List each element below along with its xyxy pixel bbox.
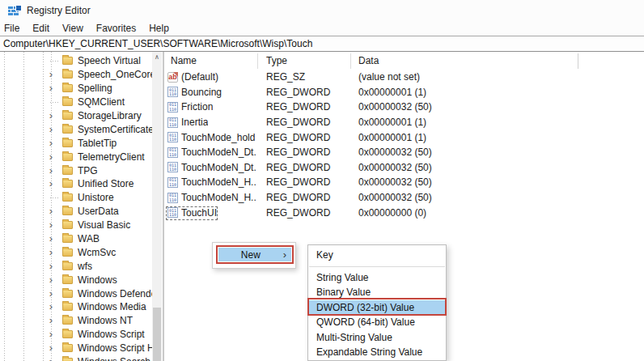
value-row-touchmoden-h-[interactable]: 011110TouchModeN_H...REG_DWORD0x00000032… — [165, 190, 644, 206]
value-name[interactable]: TouchModeN_Dt... — [181, 147, 256, 158]
value-name[interactable]: Bouncing — [181, 87, 222, 98]
menu-item-new[interactable]: New › — [218, 248, 291, 261]
value-name[interactable]: TouchModeN_Dt... — [181, 162, 256, 173]
tree-item-label[interactable]: Windows Defender — [78, 288, 152, 299]
tree-item-speech-onecore[interactable]: ›Speech_OneCore — [0, 68, 152, 82]
tree-item-unified-store[interactable]: ›Unified Store — [0, 177, 152, 191]
chevron-right-icon[interactable]: › — [46, 167, 56, 175]
value-name[interactable]: TouchMode_hold — [181, 132, 255, 143]
chevron-right-icon[interactable]: › — [46, 303, 56, 311]
submenu-item-multi-string-value[interactable]: Multi-String Value — [308, 330, 446, 346]
chevron-right-icon[interactable]: › — [46, 125, 56, 134]
chevron-right-icon[interactable]: › — [46, 207, 56, 215]
value-row--default-[interactable]: ab(Default)REG_SZ(value not set) — [165, 70, 644, 85]
tree-item-windows[interactable]: ›Windows — [0, 273, 152, 287]
chevron-right-icon[interactable]: › — [46, 248, 56, 257]
tree-item-speech-virtual[interactable]: Speech Virtual — [0, 54, 152, 68]
submenu-item-qword-64-bit-value[interactable]: QWORD (64-bit) Value — [308, 315, 446, 330]
tree-item-label[interactable]: Spelling — [78, 83, 112, 94]
menu-edit[interactable]: Edit — [26, 23, 56, 34]
column-divider[interactable] — [350, 53, 351, 69]
address-bar[interactable]: Computer\HKEY_CURRENT_USER\SOFTWARE\Micr… — [0, 36, 644, 52]
value-name[interactable]: TouchModeN_H... — [181, 176, 256, 188]
chevron-right-icon[interactable]: › — [46, 276, 56, 284]
tree-item-label[interactable]: Speech Virtual — [78, 55, 141, 66]
column-header-name[interactable]: Name — [171, 52, 197, 69]
tree-item-label[interactable]: StorageLibrary — [78, 110, 142, 121]
tree-item-label[interactable]: WcmSvc — [78, 247, 116, 258]
tree-item-systemcertificates[interactable]: ›SystemCertificates — [0, 122, 152, 136]
tree-item-label[interactable]: Unistore — [78, 192, 114, 203]
value-row-touchmoden-h-[interactable]: 011110TouchModeN_H...REG_DWORD0x00000032… — [165, 175, 644, 190]
chevron-right-icon[interactable]: › — [46, 153, 56, 161]
tree-item-label[interactable]: TelemetryClient — [78, 151, 145, 163]
chevron-right-icon[interactable]: › — [46, 330, 56, 338]
tree-scrollbar[interactable]: ∧ — [152, 52, 162, 361]
submenu-item-expandable-string-value[interactable]: Expandable String Value — [308, 345, 446, 360]
chevron-right-icon[interactable]: › — [46, 235, 56, 243]
tree-item-label[interactable]: Windows Media — [78, 301, 146, 312]
tree-item-label[interactable]: Windows Search — [78, 356, 150, 361]
tree-scrollbar-thumb[interactable] — [153, 308, 161, 361]
value-name[interactable]: (Default) — [181, 71, 218, 83]
chevron-right-icon[interactable]: › — [46, 290, 56, 298]
tree-item-label[interactable]: Windows NT — [78, 315, 133, 326]
scroll-up-icon[interactable]: ∧ — [152, 52, 162, 62]
tree-item-label[interactable]: SQMClient — [78, 96, 125, 108]
tree-item-wfs[interactable]: ›wfs — [0, 259, 152, 273]
tree-item-label[interactable]: Windows — [78, 274, 117, 286]
tree-item-tpg[interactable]: ›TPG — [0, 164, 152, 177]
tree-item-windows-media[interactable]: ›Windows Media — [0, 300, 152, 314]
tree-item-spelling[interactable]: ›Spelling — [0, 82, 152, 96]
value-row-touchmode-hold[interactable]: 011110TouchMode_holdREG_DWORD0x00000001 … — [165, 130, 644, 145]
tree-item-windows-script[interactable]: ›Windows Script — [0, 328, 152, 342]
tree-item-label[interactable]: Unified Store — [78, 178, 133, 189]
column-divider[interactable] — [257, 53, 258, 69]
tree-item-label[interactable]: SystemCertificates — [78, 124, 152, 135]
chevron-right-icon[interactable]: › — [46, 262, 56, 270]
tree-item-userdata[interactable]: ›UserData — [0, 205, 152, 219]
chevron-right-icon[interactable]: › — [46, 316, 56, 325]
chevron-right-icon[interactable]: › — [46, 112, 56, 120]
value-row-friction[interactable]: 011110FrictionREG_DWORD0x00000032 (50) — [165, 100, 644, 115]
submenu-item-string-value[interactable]: String Value — [308, 270, 446, 286]
value-row-inertia[interactable]: 011110InertiaREG_DWORD0x00000001 (1) — [165, 115, 644, 130]
tree-item-label[interactable]: wfs — [78, 261, 92, 272]
tree-item-windows-search[interactable]: ›Windows Search — [0, 355, 152, 361]
tree-item-storagelibrary[interactable]: ›StorageLibrary — [0, 109, 152, 123]
tree-item-unistore[interactable]: Unistore — [0, 191, 152, 205]
tree-item-tablettip[interactable]: ›TabletTip — [0, 136, 152, 150]
tree-item-sqmclient[interactable]: SQMClient — [0, 96, 152, 109]
menu-favorites[interactable]: Favorites — [90, 23, 142, 34]
tree-item-label[interactable]: Visual Basic — [78, 219, 130, 231]
value-name[interactable]: TouchModeN_H... — [181, 192, 256, 203]
value-row-bouncing[interactable]: 011110BouncingREG_DWORD0x00000001 (1) — [165, 85, 644, 100]
chevron-right-icon[interactable]: › — [46, 70, 56, 79]
menu-file[interactable]: File — [0, 23, 26, 34]
chevron-right-icon[interactable]: › — [46, 344, 56, 352]
tree-item-windows-defender[interactable]: ›Windows Defender — [0, 287, 152, 300]
tree-item-label[interactable]: WAB — [78, 233, 100, 244]
tree-item-wcmsvc[interactable]: ›WcmSvc — [0, 245, 152, 259]
tree-item-windows-script-host[interactable]: ›Windows Script Host — [0, 342, 152, 355]
tree-item-visual-basic[interactable]: ›Visual Basic — [0, 219, 152, 232]
tree-item-label[interactable]: Windows Script Host — [78, 342, 152, 354]
tree-item-label[interactable]: TabletTip — [78, 138, 117, 149]
value-name[interactable]: Friction — [181, 101, 213, 113]
tree-item-label[interactable]: Windows Script — [78, 329, 145, 340]
tree-item-label[interactable]: TPG — [78, 165, 98, 176]
column-header-type[interactable]: Type — [266, 52, 287, 69]
value-row-touchui[interactable]: 011110TouchUIREG_DWORD0x00000000 (0) — [165, 205, 644, 220]
tree-item-label[interactable]: Speech_OneCore — [78, 69, 152, 80]
panel-separator[interactable] — [163, 52, 164, 361]
tree-item-telemetryclient[interactable]: ›TelemetryClient — [0, 150, 152, 164]
chevron-right-icon[interactable]: › — [46, 180, 56, 188]
submenu-item-key[interactable]: Key — [308, 248, 446, 263]
tree-item-label[interactable]: UserData — [78, 206, 119, 217]
value-row-touchmoden-dt-[interactable]: 011110TouchModeN_Dt...REG_DWORD0x0000003… — [165, 160, 644, 176]
chevron-right-icon[interactable]: › — [46, 139, 56, 147]
value-name[interactable]: Inertia — [181, 117, 208, 128]
address-path[interactable]: Computer\HKEY_CURRENT_USER\SOFTWARE\Micr… — [3, 38, 312, 49]
column-divider[interactable] — [578, 53, 578, 69]
menu-help[interactable]: Help — [142, 23, 176, 34]
